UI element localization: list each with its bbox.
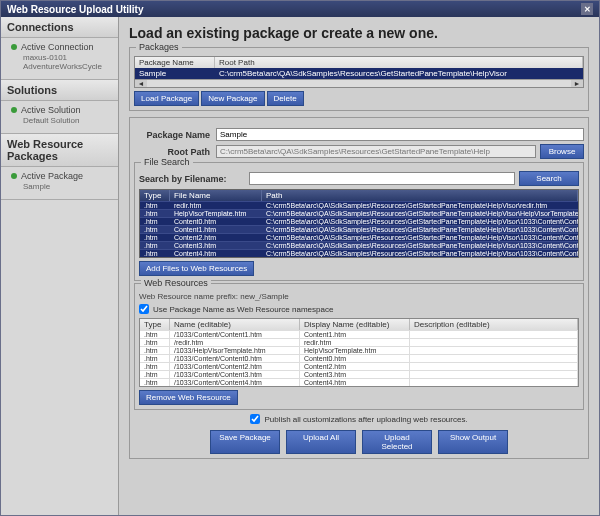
browse-button[interactable]: Browse <box>540 144 584 159</box>
scroll-right-icon[interactable]: ► <box>571 80 583 87</box>
close-icon[interactable]: ✕ <box>581 3 593 15</box>
remove-wr-button[interactable]: Remove Web Resource <box>139 390 238 405</box>
web-resources-label: Web Resources <box>141 278 211 288</box>
web-resource-row[interactable]: .htm/1033/Content/Content3.htmContent3.h… <box>140 370 578 378</box>
file-search-row[interactable]: .htmContent1.htmC:\crm5Beta\arc\QA\SdkSa… <box>140 225 578 233</box>
packages-grid-header: Package Name Root Path <box>135 57 583 68</box>
upload-all-button[interactable]: Upload All <box>286 430 356 454</box>
cell-name[interactable]: /1033/Content/Content4.htm <box>170 379 300 386</box>
cell-type: .htm <box>140 371 170 378</box>
cell-type: .htm <box>140 226 170 233</box>
cell-display-name[interactable]: Content1.htm <box>300 331 410 338</box>
cell-description[interactable] <box>410 355 578 362</box>
scroll-left-icon[interactable]: ◄ <box>135 80 147 87</box>
package-name-label: Package Name <box>134 130 216 140</box>
cell-type: .htm <box>140 339 170 346</box>
packages-scrollbar[interactable]: ◄ ► <box>135 79 583 87</box>
file-search-row[interactable]: .htmContent3.htmC:\crm5Beta\arc\QA\SdkSa… <box>140 241 578 249</box>
file-search-row[interactable]: .htmHelpVisorTemplate.htmC:\crm5Beta\arc… <box>140 209 578 217</box>
file-search-row[interactable]: .htmContent2.htmC:\crm5Beta\arc\QA\SdkSa… <box>140 233 578 241</box>
packages-grid-row[interactable]: Sample C:\crm5Beta\arc\QA\SdkSamples\Res… <box>135 68 583 79</box>
package-name: Sample <box>11 182 112 191</box>
cell-description[interactable] <box>410 363 578 370</box>
cell-type: .htm <box>140 250 170 257</box>
root-path-input <box>216 145 536 158</box>
cell-type: .htm <box>140 202 170 209</box>
web-resource-row[interactable]: .htm/redir.htmredir.htm <box>140 338 578 346</box>
cell-name[interactable]: /1033/HelpVisorTemplate.htm <box>170 347 300 354</box>
cell-name[interactable]: /1033/Content/Content0.htm <box>170 355 300 362</box>
titlebar: Web Resource Upload Utility ✕ <box>1 1 599 17</box>
web-resource-row[interactable]: .htm/1033/Content/Content1.htmContent1.h… <box>140 330 578 338</box>
cell-display-name[interactable]: Content4.htm <box>300 379 410 386</box>
file-search-row[interactable]: .htmContent4.htmC:\crm5Beta\arc\QA\SdkSa… <box>140 249 578 257</box>
sidebar-header: Solutions <box>1 80 118 101</box>
cell-display-name[interactable]: Content3.htm <box>300 371 410 378</box>
cell-display-name[interactable]: redir.htm <box>300 339 410 346</box>
upload-selected-button[interactable]: Upload Selected <box>362 430 432 454</box>
file-search-grid[interactable]: Type File Name Path .htmredir.htmC:\crm5… <box>139 189 579 258</box>
web-resources-grid[interactable]: Type Name (editable) Display Name (edita… <box>139 318 579 387</box>
active-solution-item[interactable]: Active Solution <box>11 105 112 115</box>
web-resource-row[interactable]: .htm/1033/HelpVisorTemplate.htmHelpVisor… <box>140 346 578 354</box>
active-package-item[interactable]: Active Package <box>11 171 112 181</box>
save-package-button[interactable]: Save Package <box>210 430 280 454</box>
package-name-input[interactable] <box>216 128 584 141</box>
wr-prefix: Web Resource name prefix: new_/Sample <box>139 292 579 301</box>
col-name: Name (editable) <box>170 319 300 330</box>
cell-filename: Content3.htm <box>170 242 262 249</box>
cell-name[interactable]: /1033/Content/Content3.htm <box>170 371 300 378</box>
cell-filename: HelpVisorTemplate.htm <box>170 210 262 217</box>
web-resource-row[interactable]: .htm/1033/Content/Content0.htmContent0.h… <box>140 354 578 362</box>
cell-description[interactable] <box>410 347 578 354</box>
search-row: Search by Filename: Search <box>139 171 579 186</box>
file-search-row[interactable]: .htmredir.htmC:\crm5Beta\arc\QA\SdkSampl… <box>140 201 578 209</box>
sidebar-section-connections: Connections Active Connection maxus-0101… <box>1 17 118 80</box>
col-display-name: Display Name (editable) <box>300 319 410 330</box>
sidebar-body: Active Connection maxus-0101 AdventureWo… <box>1 38 118 79</box>
sidebar-body: Active Solution Default Solution <box>1 101 118 133</box>
cell-description[interactable] <box>410 379 578 386</box>
show-output-button[interactable]: Show Output <box>438 430 508 454</box>
publish-checkbox-label: Publish all customizations after uploadi… <box>264 415 467 424</box>
cell-type: .htm <box>140 347 170 354</box>
root-path-label: Root Path <box>134 147 216 157</box>
web-resource-row[interactable]: .htm/1033/Content/Content4.htmContent4.h… <box>140 378 578 386</box>
cell-display-name[interactable]: Content0.htm <box>300 355 410 362</box>
cell-description[interactable] <box>410 339 578 346</box>
main-panel: Load an existing package or create a new… <box>119 17 599 515</box>
file-search-buttons: Add Files to Web Resources <box>139 261 579 276</box>
content-area: Connections Active Connection maxus-0101… <box>1 17 599 515</box>
solution-name: Default Solution <box>11 116 112 125</box>
status-dot-icon <box>11 173 17 179</box>
new-package-button[interactable]: New Package <box>201 91 264 106</box>
search-input[interactable] <box>249 172 515 185</box>
cell-path: C:\crm5Beta\arc\QA\SdkSamples\Resources\… <box>262 226 578 233</box>
load-package-button[interactable]: Load Package <box>134 91 199 106</box>
web-resource-row[interactable]: .htm/1033/Content/Content2.htmContent2.h… <box>140 362 578 370</box>
cell-description[interactable] <box>410 331 578 338</box>
col-root-path: Root Path <box>215 57 583 68</box>
cell-display-name[interactable]: Content2.htm <box>300 363 410 370</box>
active-connection-item[interactable]: Active Connection <box>11 42 112 52</box>
file-search-grid-header: Type File Name Path <box>140 190 578 201</box>
cell-name[interactable]: /1033/Content/Content2.htm <box>170 363 300 370</box>
search-button[interactable]: Search <box>519 171 579 186</box>
file-search-row[interactable]: .htmContent0.htmC:\crm5Beta\arc\QA\SdkSa… <box>140 217 578 225</box>
col-path: Path <box>262 190 578 201</box>
namespace-checkbox[interactable] <box>139 304 149 314</box>
cell-type: .htm <box>140 210 170 217</box>
cell-name[interactable]: /1033/Content/Content1.htm <box>170 331 300 338</box>
package-name-row: Package Name <box>134 128 584 141</box>
cell-display-name[interactable]: HelpVisorTemplate.htm <box>300 347 410 354</box>
publish-checkbox[interactable] <box>250 414 260 424</box>
connection-server: maxus-0101 <box>11 53 112 62</box>
cell-path: C:\crm5Beta\arc\QA\SdkSamples\Resources\… <box>262 250 578 257</box>
add-files-button[interactable]: Add Files to Web Resources <box>139 261 254 276</box>
cell-name[interactable]: /redir.htm <box>170 339 300 346</box>
delete-button[interactable]: Delete <box>267 91 304 106</box>
packages-grid[interactable]: Package Name Root Path Sample C:\crm5Bet… <box>134 56 584 88</box>
cell-filename: Content1.htm <box>170 226 262 233</box>
sidebar-body: Active Package Sample <box>1 167 118 199</box>
cell-description[interactable] <box>410 371 578 378</box>
